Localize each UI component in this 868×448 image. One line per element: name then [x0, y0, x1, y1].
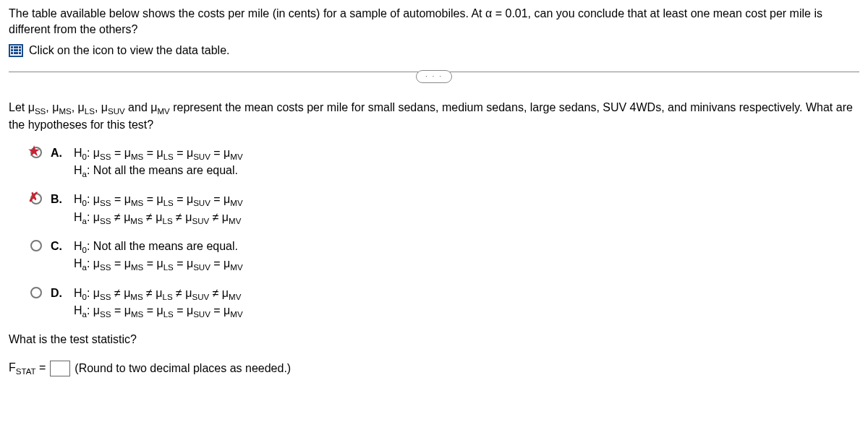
- wrong-x-icon: ✗: [28, 191, 39, 204]
- notation-suffix: represent the mean costs per mile for sm…: [9, 101, 853, 131]
- choice-letter: B.: [51, 191, 67, 207]
- fstat-label: FSTAT =: [9, 360, 46, 377]
- choice-B[interactable]: ✗ B. H0: μSS = μMS = μLS = μSUV = μMV Ha…: [30, 191, 859, 227]
- choice-C[interactable]: C. H0: Not all the means are equal. Ha: …: [30, 238, 859, 274]
- radio-circle-icon[interactable]: [30, 287, 42, 298]
- data-table-icon[interactable]: [9, 44, 23, 57]
- test-statistic-question: What is the test statistic?: [9, 332, 859, 348]
- round-hint: (Round to two decimal places as needed.): [75, 361, 291, 376]
- fstat-equals: =: [36, 361, 46, 374]
- data-table-link-text[interactable]: Click on the icon to view the data table…: [29, 43, 230, 59]
- choice-body: H0: μSS = μMS = μLS = μSUV = μMV Ha: μSS…: [74, 191, 243, 227]
- choice-body: H0: Not all the means are equal. Ha: μSS…: [74, 238, 243, 274]
- fstat-label-prefix: F: [9, 361, 16, 374]
- choices-list: ★ A. H0: μSS = μMS = μLS = μSUV = μMV Ha…: [30, 145, 859, 320]
- correct-star-icon: ★: [28, 145, 40, 158]
- choice-A[interactable]: ★ A. H0: μSS = μMS = μLS = μSUV = μMV Ha…: [30, 145, 859, 181]
- choice-body: H0: μSS ≠ μMS ≠ μLS ≠ μSUV ≠ μMV Ha: μSS…: [74, 285, 243, 321]
- radio-circle-icon[interactable]: [30, 240, 42, 251]
- collapse-toggle[interactable]: · · ·: [416, 70, 452, 83]
- notation-prefix: Let: [9, 101, 28, 113]
- choice-letter: C.: [51, 238, 67, 254]
- fstat-input[interactable]: [50, 361, 70, 376]
- fstat-row: FSTAT = (Round to two decimal places as …: [9, 360, 859, 377]
- choice-letter: A.: [51, 145, 67, 161]
- choice-D[interactable]: D. H0: μSS ≠ μMS ≠ μLS ≠ μSUV ≠ μMV Ha: …: [30, 285, 859, 321]
- data-table-link-row: Click on the icon to view the data table…: [9, 43, 859, 59]
- choice-body: H0: μSS = μMS = μLS = μSUV = μMV Ha: Not…: [74, 145, 243, 181]
- question-intro: The table available below shows the cost…: [9, 6, 859, 38]
- fstat-label-sub: STAT: [16, 367, 36, 376]
- choice-letter: D.: [51, 285, 67, 301]
- notation-paragraph: Let μSS, μMS, μLS, μSUV and μMV represen…: [9, 100, 859, 134]
